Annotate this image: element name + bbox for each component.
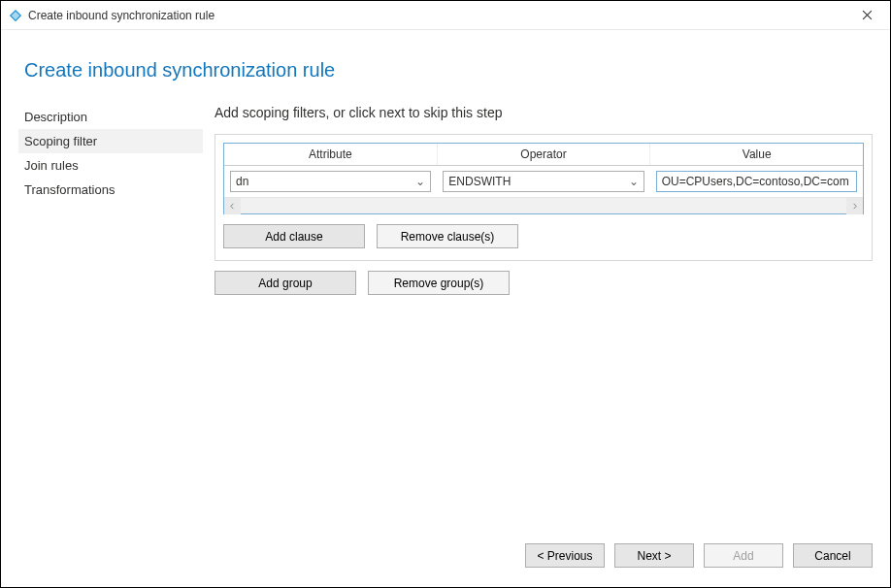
filter-table: Attribute Operator Value dn ⌄ ENDSWITH ⌄ xyxy=(223,143,864,214)
next-button[interactable]: Next > xyxy=(614,543,694,568)
value-text: OU=CPUsers,DC=contoso,DC=com xyxy=(662,175,849,188)
nav-item-transformations[interactable]: Transformations xyxy=(18,178,203,202)
remove-group-button[interactable]: Remove group(s) xyxy=(368,271,510,295)
chevron-down-icon: ⌄ xyxy=(415,175,425,188)
page-heading: Create inbound synchronization rule xyxy=(18,30,873,105)
window-title: Create inbound synchronization rule xyxy=(28,9,214,22)
cancel-button[interactable]: Cancel xyxy=(793,543,873,568)
col-header-operator: Operator xyxy=(438,144,651,165)
col-header-attribute: Attribute xyxy=(224,144,438,165)
col-header-value: Value xyxy=(650,144,863,165)
value-input[interactable]: OU=CPUsers,DC=contoso,DC=com xyxy=(656,171,857,192)
wizard-footer: < Previous Next > Add Cancel xyxy=(18,526,873,587)
filter-row: dn ⌄ ENDSWITH ⌄ OU=CPUsers,DC=contoso,DC… xyxy=(224,166,863,197)
remove-clause-button[interactable]: Remove clause(s) xyxy=(377,224,518,248)
step-instruction: Add scoping filters, or click next to sk… xyxy=(214,105,873,120)
add-button: Add xyxy=(704,543,783,568)
horizontal-scrollbar[interactable] xyxy=(224,197,863,213)
scoping-filter-group: Attribute Operator Value dn ⌄ ENDSWITH ⌄ xyxy=(214,134,873,261)
chevron-down-icon: ⌄ xyxy=(629,175,639,188)
operator-value: ENDSWITH xyxy=(448,175,511,188)
operator-dropdown[interactable]: ENDSWITH ⌄ xyxy=(443,171,644,192)
attribute-value: dn xyxy=(236,175,248,188)
add-clause-button[interactable]: Add clause xyxy=(223,224,365,248)
add-group-button[interactable]: Add group xyxy=(214,271,356,295)
title-bar: Create inbound synchronization rule xyxy=(1,1,890,30)
attribute-dropdown[interactable]: dn ⌄ xyxy=(230,171,431,192)
nav-item-join-rules[interactable]: Join rules xyxy=(18,153,203,178)
nav-item-scoping-filter[interactable]: Scoping filter xyxy=(18,129,203,153)
scroll-right-icon[interactable] xyxy=(846,198,863,214)
close-button[interactable] xyxy=(847,2,886,29)
scroll-left-icon[interactable] xyxy=(224,198,241,214)
app-icon xyxy=(9,9,22,22)
previous-button[interactable]: < Previous xyxy=(525,543,605,568)
wizard-nav: Description Scoping filter Join rules Tr… xyxy=(18,105,203,526)
nav-item-description[interactable]: Description xyxy=(18,105,203,129)
